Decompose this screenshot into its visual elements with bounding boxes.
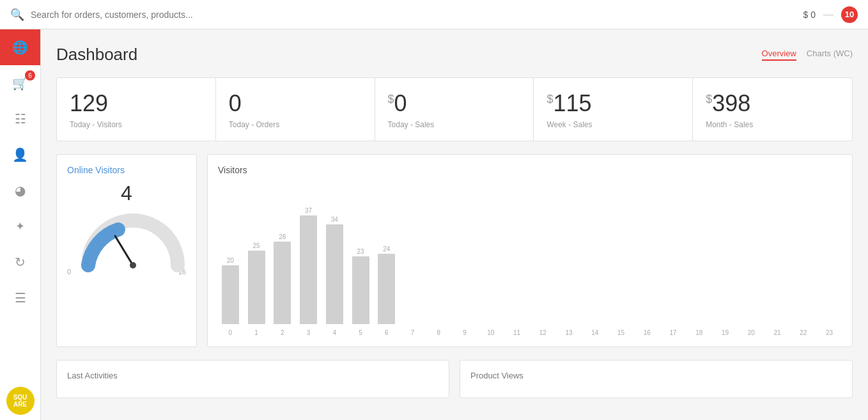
refresh-icon: ↻: [15, 254, 26, 270]
menu-icon: ☰: [15, 290, 26, 306]
product-views-title: Product Views: [470, 371, 842, 380]
sidebar-item-menu[interactable]: ☰: [0, 280, 40, 316]
bar-x-label-9: 9: [453, 327, 477, 336]
bar-col-17: [661, 323, 686, 324]
gauge-title: Online Visitors: [67, 165, 186, 175]
svg-point-1: [130, 262, 136, 268]
bar-x-label-7: 7: [400, 327, 425, 336]
grid-icon: ☷: [15, 111, 26, 127]
topbar: 🔍 $ 0 — 10: [0, 0, 868, 29]
balance-display: $ 0: [803, 10, 816, 20]
bar-x-label-6: 6: [375, 327, 399, 336]
bar-col-6: 24: [375, 245, 399, 324]
bar-x-label-13: 13: [557, 327, 582, 336]
bars-container: 20252837342324: [218, 183, 842, 327]
stat-label-orders: Today - Orders: [229, 120, 362, 129]
last-activities-card: Last Activities: [56, 360, 449, 398]
bar-col-9: [453, 323, 477, 324]
topbar-divider: —: [823, 9, 833, 20]
notification-badge[interactable]: 10: [841, 6, 858, 23]
bar-col-5: 23: [348, 248, 373, 324]
online-visitors-card: Online Visitors 4 0: [56, 154, 197, 347]
sidebar-bottom: SQUARE: [6, 382, 35, 420]
search-input[interactable]: [31, 10, 803, 20]
bar-x-label-23: 23: [817, 327, 842, 336]
stat-value-month-sales: $398: [706, 91, 839, 116]
bar-top-label-3: 37: [305, 207, 312, 214]
bar-col-22: [791, 323, 816, 324]
stat-month-sales: $398 Month - Sales: [693, 78, 852, 141]
sidebar-item-globe[interactable]: 🌐: [0, 29, 40, 65]
bar-top-label-5: 23: [357, 248, 364, 255]
globe-icon: 🌐: [12, 40, 28, 55]
currency-icon: $: [388, 93, 394, 105]
bar-col-19: [713, 323, 738, 324]
currency-icon-month: $: [706, 93, 712, 105]
bar-top-label-6: 24: [383, 245, 390, 253]
bar-x-label-22: 22: [791, 327, 816, 336]
stat-label-visitors: Today - Visitors: [70, 120, 203, 129]
stat-today-sales: $0 Today - Sales: [375, 78, 534, 141]
currency-icon-week: $: [546, 93, 553, 105]
sidebar-item-tag[interactable]: ✦: [0, 208, 40, 244]
bar-col-8: [426, 323, 451, 324]
bar-col-1: 25: [244, 242, 269, 324]
tab-overview[interactable]: Overview: [762, 49, 796, 61]
product-views-card: Product Views: [460, 360, 853, 398]
bar-rect-6: [378, 254, 395, 324]
stat-value-orders: 0: [229, 91, 362, 116]
sidebar: 🌐 🛒 6 ☷ 👤 ◕ ✦ ↻ ☰: [0, 29, 41, 420]
bar-x-label-20: 20: [739, 327, 764, 336]
sidebar-item-refresh[interactable]: ↻: [0, 244, 40, 280]
bar-col-18: [687, 323, 712, 324]
sidebar-item-pie[interactable]: ◕: [0, 173, 40, 208]
stat-value-week-sales: $115: [546, 91, 679, 116]
bar-col-3: 37: [296, 207, 321, 324]
topbar-right: $ 0 — 10: [803, 6, 858, 23]
pie-icon: ◕: [15, 183, 26, 198]
search-icon[interactable]: 🔍: [10, 8, 24, 22]
bar-x-label-3: 3: [296, 327, 321, 336]
bar-x-label-17: 17: [661, 327, 686, 336]
sidebar-item-user[interactable]: 👤: [0, 137, 40, 173]
stat-today-orders: 0 Today - Orders: [216, 78, 375, 141]
bar-rect-5: [352, 256, 369, 324]
bar-rect-1: [248, 251, 265, 324]
gauge-count: 4: [67, 182, 186, 205]
sidebar-item-grid[interactable]: ☷: [0, 101, 40, 137]
bar-x-label-2: 2: [270, 327, 295, 336]
bar-top-label-0: 20: [227, 257, 234, 264]
stat-label-month-sales: Month - Sales: [706, 120, 839, 129]
bar-col-14: [583, 323, 608, 324]
bottom-row: Last Activities Product Views: [56, 360, 853, 398]
bar-x-label-16: 16: [635, 327, 660, 336]
charts-row: Online Visitors 4 0: [56, 154, 853, 347]
bar-col-21: [765, 323, 790, 324]
bar-rect-2: [274, 242, 291, 324]
stat-today-visitors: 129 Today - Visitors: [57, 78, 216, 141]
bar-x-label-5: 5: [348, 327, 373, 336]
bar-col-4: 34: [322, 216, 347, 324]
stat-value-visitors: 129: [70, 91, 203, 116]
bar-col-0: 20: [218, 257, 243, 324]
sidebar-logo: SQUARE: [6, 387, 35, 415]
main-content: Dashboard Overview Charts (WC) 129 Today…: [41, 29, 868, 420]
bar-x-label-12: 12: [531, 327, 555, 336]
bar-x-label-14: 14: [583, 327, 608, 336]
bar-top-label-1: 25: [253, 242, 260, 249]
bar-col-20: [739, 323, 764, 324]
bar-top-label-2: 28: [279, 233, 286, 240]
bar-x-label-10: 10: [479, 327, 504, 336]
stat-label-today-sales: Today - Sales: [388, 120, 521, 129]
bar-x-label-18: 18: [687, 327, 712, 336]
gauge-visual: [75, 208, 178, 265]
bar-col-16: [635, 323, 660, 324]
cart-badge: 6: [25, 70, 35, 81]
sidebar-item-cart[interactable]: 🛒 6: [0, 65, 40, 101]
bar-x-label-8: 8: [426, 327, 451, 336]
last-activities-title: Last Activities: [67, 371, 438, 380]
bar-x-label-11: 11: [504, 327, 529, 336]
tab-charts-wc[interactable]: Charts (WC): [807, 49, 853, 61]
gauge-min-label: 0: [67, 268, 71, 276]
stats-row: 129 Today - Visitors 0 Today - Orders $0…: [56, 77, 853, 141]
